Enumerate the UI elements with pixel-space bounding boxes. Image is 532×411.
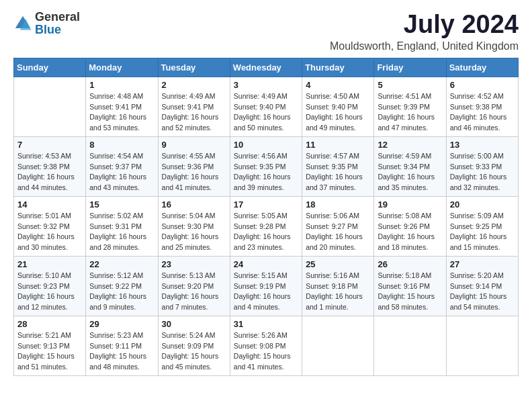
day-number: 29 — [89, 319, 154, 329]
day-info: Sunrise: 5:18 AMSunset: 9:16 PMDaylight:… — [378, 271, 442, 313]
day-cell: 7Sunrise: 4:53 AMSunset: 9:38 PMDaylight… — [14, 136, 86, 196]
day-cell: 6Sunrise: 4:52 AMSunset: 9:38 PMDaylight… — [446, 77, 518, 136]
day-number: 13 — [450, 140, 515, 150]
day-info: Sunrise: 5:06 AMSunset: 9:27 PMDaylight:… — [306, 211, 370, 253]
day-cell: 16Sunrise: 5:04 AMSunset: 9:30 PMDayligh… — [158, 196, 230, 256]
day-cell: 19Sunrise: 5:08 AMSunset: 9:26 PMDayligh… — [374, 196, 446, 256]
day-info: Sunrise: 5:09 AMSunset: 9:25 PMDaylight:… — [450, 211, 515, 253]
day-number: 4 — [306, 80, 370, 90]
logo-blue: Blue — [35, 23, 61, 36]
day-number: 24 — [234, 259, 298, 269]
day-cell: 22Sunrise: 5:12 AMSunset: 9:22 PMDayligh… — [86, 256, 158, 316]
day-info: Sunrise: 4:49 AMSunset: 9:41 PMDaylight:… — [162, 91, 226, 134]
day-cell: 28Sunrise: 5:21 AMSunset: 9:13 PMDayligh… — [14, 316, 86, 375]
day-number: 19 — [378, 199, 442, 210]
day-cell: 27Sunrise: 5:20 AMSunset: 9:14 PMDayligh… — [446, 256, 518, 316]
day-number: 17 — [234, 199, 298, 210]
day-cell: 14Sunrise: 5:01 AMSunset: 9:32 PMDayligh… — [14, 196, 86, 256]
day-info: Sunrise: 5:13 AMSunset: 9:20 PMDaylight:… — [162, 271, 226, 313]
logo: General Blue — [13, 11, 80, 36]
day-cell: 8Sunrise: 4:54 AMSunset: 9:37 PMDaylight… — [86, 136, 158, 196]
day-number: 3 — [234, 80, 298, 90]
day-info: Sunrise: 5:15 AMSunset: 9:19 PMDaylight:… — [234, 271, 298, 313]
day-info: Sunrise: 4:53 AMSunset: 9:38 PMDaylight:… — [17, 151, 82, 193]
day-number: 1 — [89, 80, 154, 90]
logo-text: General Blue — [35, 11, 80, 36]
day-number: 10 — [234, 140, 298, 150]
day-number: 2 — [162, 80, 226, 90]
day-number: 30 — [162, 319, 226, 329]
logo-icon — [13, 14, 32, 33]
week-row-3: 14Sunrise: 5:01 AMSunset: 9:32 PMDayligh… — [14, 196, 519, 256]
day-info: Sunrise: 4:57 AMSunset: 9:35 PMDaylight:… — [306, 151, 370, 193]
day-number: 28 — [17, 319, 82, 329]
logo-general: General — [35, 10, 80, 24]
day-number: 22 — [89, 259, 154, 269]
day-number: 9 — [162, 140, 226, 150]
day-cell: 31Sunrise: 5:26 AMSunset: 9:08 PMDayligh… — [230, 316, 302, 375]
day-cell — [374, 316, 446, 375]
day-info: Sunrise: 5:01 AMSunset: 9:32 PMDaylight:… — [17, 211, 82, 253]
day-cell: 17Sunrise: 5:05 AMSunset: 9:28 PMDayligh… — [230, 196, 302, 256]
header-day-saturday: Saturday — [446, 58, 518, 77]
week-row-4: 21Sunrise: 5:10 AMSunset: 9:23 PMDayligh… — [14, 256, 519, 316]
day-number: 15 — [89, 199, 154, 210]
day-number: 31 — [234, 319, 298, 329]
day-info: Sunrise: 4:55 AMSunset: 9:36 PMDaylight:… — [162, 151, 226, 193]
week-row-5: 28Sunrise: 5:21 AMSunset: 9:13 PMDayligh… — [14, 316, 519, 375]
day-cell: 20Sunrise: 5:09 AMSunset: 9:25 PMDayligh… — [446, 196, 518, 256]
week-row-2: 7Sunrise: 4:53 AMSunset: 9:38 PMDaylight… — [14, 136, 519, 196]
day-number: 5 — [378, 80, 442, 90]
calendar-body: 1Sunrise: 4:48 AMSunset: 9:41 PMDaylight… — [14, 77, 519, 375]
page-header: General Blue July 2024 Mouldsworth, Engl… — [13, 11, 519, 52]
day-cell: 23Sunrise: 5:13 AMSunset: 9:20 PMDayligh… — [158, 256, 230, 316]
day-number: 16 — [162, 199, 226, 210]
day-info: Sunrise: 5:20 AMSunset: 9:14 PMDaylight:… — [450, 271, 515, 313]
day-number: 14 — [17, 199, 82, 210]
day-cell: 21Sunrise: 5:10 AMSunset: 9:23 PMDayligh… — [14, 256, 86, 316]
day-cell: 10Sunrise: 4:56 AMSunset: 9:35 PMDayligh… — [230, 136, 302, 196]
day-cell: 29Sunrise: 5:23 AMSunset: 9:11 PMDayligh… — [86, 316, 158, 375]
day-info: Sunrise: 4:52 AMSunset: 9:38 PMDaylight:… — [450, 91, 515, 134]
day-number: 21 — [17, 259, 82, 269]
header-day-tuesday: Tuesday — [158, 58, 230, 77]
day-info: Sunrise: 4:50 AMSunset: 9:40 PMDaylight:… — [306, 91, 370, 134]
day-info: Sunrise: 4:49 AMSunset: 9:40 PMDaylight:… — [234, 91, 298, 134]
day-info: Sunrise: 5:02 AMSunset: 9:31 PMDaylight:… — [89, 211, 154, 253]
day-info: Sunrise: 5:23 AMSunset: 9:11 PMDaylight:… — [89, 330, 154, 373]
day-number: 12 — [378, 140, 442, 150]
day-number: 27 — [450, 259, 515, 269]
day-cell — [302, 316, 374, 375]
day-number: 6 — [450, 80, 515, 90]
day-info: Sunrise: 5:04 AMSunset: 9:30 PMDaylight:… — [162, 211, 226, 253]
day-cell: 12Sunrise: 4:59 AMSunset: 9:34 PMDayligh… — [374, 136, 446, 196]
day-number: 11 — [306, 140, 370, 150]
header-day-wednesday: Wednesday — [230, 58, 302, 77]
day-cell: 9Sunrise: 4:55 AMSunset: 9:36 PMDaylight… — [158, 136, 230, 196]
day-cell: 13Sunrise: 5:00 AMSunset: 9:33 PMDayligh… — [446, 136, 518, 196]
day-info: Sunrise: 5:24 AMSunset: 9:09 PMDaylight:… — [162, 330, 226, 373]
day-info: Sunrise: 5:05 AMSunset: 9:28 PMDaylight:… — [234, 211, 298, 253]
day-cell — [446, 316, 518, 375]
day-cell: 18Sunrise: 5:06 AMSunset: 9:27 PMDayligh… — [302, 196, 374, 256]
day-info: Sunrise: 4:59 AMSunset: 9:34 PMDaylight:… — [378, 151, 442, 193]
day-cell: 30Sunrise: 5:24 AMSunset: 9:09 PMDayligh… — [158, 316, 230, 375]
day-info: Sunrise: 5:08 AMSunset: 9:26 PMDaylight:… — [378, 211, 442, 253]
day-info: Sunrise: 5:26 AMSunset: 9:08 PMDaylight:… — [234, 330, 298, 373]
day-cell: 4Sunrise: 4:50 AMSunset: 9:40 PMDaylight… — [302, 77, 374, 136]
calendar-header: SundayMondayTuesdayWednesdayThursdayFrid… — [14, 58, 519, 77]
header-day-friday: Friday — [374, 58, 446, 77]
header-day-monday: Monday — [86, 58, 158, 77]
day-info: Sunrise: 5:16 AMSunset: 9:18 PMDaylight:… — [306, 271, 370, 313]
day-info: Sunrise: 4:54 AMSunset: 9:37 PMDaylight:… — [89, 151, 154, 193]
day-cell: 15Sunrise: 5:02 AMSunset: 9:31 PMDayligh… — [86, 196, 158, 256]
day-info: Sunrise: 4:51 AMSunset: 9:39 PMDaylight:… — [378, 91, 442, 134]
day-number: 26 — [378, 259, 442, 269]
day-number: 8 — [89, 140, 154, 150]
week-row-1: 1Sunrise: 4:48 AMSunset: 9:41 PMDaylight… — [14, 77, 519, 136]
day-cell: 25Sunrise: 5:16 AMSunset: 9:18 PMDayligh… — [302, 256, 374, 316]
day-number: 18 — [306, 199, 370, 210]
day-cell: 5Sunrise: 4:51 AMSunset: 9:39 PMDaylight… — [374, 77, 446, 136]
day-number: 25 — [306, 259, 370, 269]
location-title: Mouldsworth, England, United Kingdom — [330, 40, 519, 52]
